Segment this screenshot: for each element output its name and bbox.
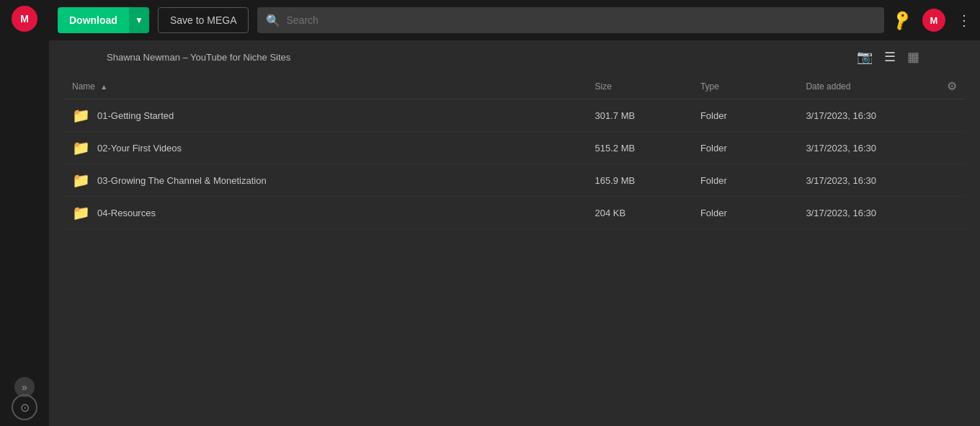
file-size: 204 KB — [587, 197, 692, 229]
folder-icon: 📁 — [72, 139, 90, 156]
table-header-row: Name ▲ Size Type Date added ⚙ — [63, 74, 966, 99]
file-size: 165.9 MB — [587, 164, 692, 197]
download-button-group: Download ▼ — [58, 7, 149, 33]
search-container: 🔍 — [257, 7, 884, 33]
column-header-date[interactable]: Date added — [797, 74, 938, 99]
column-header-type[interactable]: Type — [692, 74, 798, 99]
file-row-settings — [938, 99, 966, 132]
column-header-settings[interactable]: ⚙ — [938, 74, 966, 99]
file-size: 301.7 MB — [587, 99, 692, 132]
file-date: 3/17/2023, 16:30 — [797, 99, 938, 132]
sort-indicator: ▲ — [100, 83, 107, 91]
file-type: Folder — [692, 132, 798, 164]
key-icon[interactable]: 🔑 — [890, 8, 914, 32]
more-options-icon[interactable]: ⋮ — [957, 12, 971, 29]
folder-icon: 📁 — [72, 204, 90, 221]
file-row-settings — [938, 164, 966, 197]
sidebar-bottom-icon[interactable]: ⊙ — [12, 394, 37, 420]
file-name-cell: 📁 04-Resources — [63, 197, 587, 229]
file-date: 3/17/2023, 16:30 — [797, 132, 938, 164]
gear-icon[interactable]: ⚙ — [947, 80, 957, 92]
column-header-size[interactable]: Size — [587, 74, 692, 99]
breadcrumb: Shawna Newman – YouTube for Niche Sites — [107, 52, 290, 63]
file-date: 3/17/2023, 16:30 — [797, 164, 938, 197]
user-avatar[interactable]: M — [922, 9, 945, 32]
table-row[interactable]: 📁 04-Resources 204 KB Folder 3/17/2023, … — [63, 197, 966, 229]
file-name: 04-Resources — [97, 208, 156, 218]
file-row-settings — [938, 132, 966, 164]
sidebar: M » ⊙ — [0, 0, 49, 426]
main-content: Download ▼ Save to MEGA 🔍 🔑 M ⋮ Shawna N… — [49, 0, 980, 426]
search-input[interactable] — [286, 14, 876, 26]
grid-view-button[interactable]: ▦ — [904, 48, 922, 66]
save-to-mega-button[interactable]: Save to MEGA — [158, 7, 249, 33]
table-row[interactable]: 📁 03-Growing The Channel & Monetization … — [63, 164, 966, 197]
topbar: Download ▼ Save to MEGA 🔍 🔑 M ⋮ — [49, 0, 980, 40]
file-name: 01-Getting Started — [97, 110, 174, 121]
file-name: 02-Your First Videos — [97, 143, 182, 154]
file-name-cell: 📁 03-Growing The Channel & Monetization — [63, 164, 587, 197]
file-type: Folder — [692, 99, 798, 132]
download-button[interactable]: Download — [58, 7, 129, 33]
table-row[interactable]: 📁 01-Getting Started 301.7 MB Folder 3/1… — [63, 99, 966, 132]
folder-icon: 📁 — [72, 172, 90, 189]
file-row-settings — [938, 197, 966, 229]
file-list: Name ▲ Size Type Date added ⚙ 📁 01-Getti… — [49, 74, 980, 426]
thumbnail-view-button[interactable]: 📷 — [854, 48, 876, 66]
file-size: 515.2 MB — [587, 132, 692, 164]
file-name-cell: 📁 01-Getting Started — [63, 99, 587, 132]
list-view-button[interactable]: ☰ — [881, 48, 899, 66]
file-name-cell: 📁 02-Your First Videos — [63, 132, 587, 164]
file-type: Folder — [692, 164, 798, 197]
download-dropdown-arrow[interactable]: ▼ — [129, 7, 149, 33]
mega-logo[interactable]: M — [12, 6, 37, 32]
folder-icon: 📁 — [72, 107, 90, 124]
view-controls: 📷 ☰ ▦ — [854, 48, 922, 66]
column-header-name[interactable]: Name ▲ — [63, 74, 587, 99]
file-date: 3/17/2023, 16:30 — [797, 197, 938, 229]
file-type: Folder — [692, 197, 798, 229]
search-icon: 🔍 — [266, 14, 280, 27]
file-name: 03-Growing The Channel & Monetization — [97, 175, 267, 186]
breadcrumb-bar: Shawna Newman – YouTube for Niche Sites … — [49, 40, 980, 74]
topbar-right: 🔑 M ⋮ — [893, 9, 971, 32]
table-row[interactable]: 📁 02-Your First Videos 515.2 MB Folder 3… — [63, 132, 966, 164]
file-table: Name ▲ Size Type Date added ⚙ 📁 01-Getti… — [63, 74, 966, 229]
